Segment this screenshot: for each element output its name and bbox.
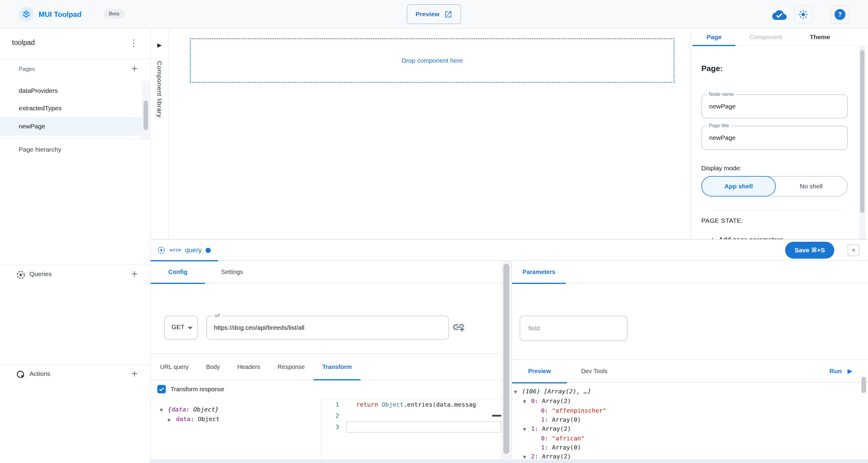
query-config-column: Config Settings GET url (151, 261, 501, 459)
run-button[interactable]: Run ▶ (830, 367, 852, 375)
transform-response-checkbox[interactable] (157, 385, 166, 393)
parameter-input[interactable] (520, 316, 627, 340)
code-text: .entries(data.messag (404, 401, 476, 408)
add-binding-button[interactable] (452, 320, 467, 335)
inspector-tabs: Page Component Theme (691, 29, 868, 46)
tab-label: Preview (528, 368, 551, 375)
kebab-menu-icon: ⋮ (129, 38, 138, 48)
inspector-scrollbar-thumb[interactable] (860, 50, 864, 213)
tree-text: : (190, 415, 198, 423)
expand-triangle-icon[interactable]: ▶ (168, 415, 176, 424)
collapse-triangle-icon[interactable]: ▼ (523, 453, 531, 459)
app-shell-option[interactable]: App shell (701, 176, 776, 196)
save-button[interactable]: Save ⌘+S (785, 242, 834, 259)
pages-section-label: Pages (19, 66, 35, 72)
tab-config[interactable]: Config (151, 261, 205, 283)
tab-label: Settings (221, 269, 243, 276)
node-name-input[interactable] (702, 95, 847, 118)
query-panel-scrollbar-thumb[interactable] (503, 264, 509, 454)
horizontal-scrollbar-track[interactable] (151, 459, 868, 463)
pages-scrollbar[interactable] (142, 81, 150, 138)
collapse-triangle-icon[interactable]: ▼ (523, 425, 531, 434)
project-menu-button[interactable]: ⋮ (127, 36, 141, 50)
tab-parameters[interactable]: Parameters (512, 261, 566, 283)
page-item-label: newPage (19, 123, 45, 130)
tree-row[interactable]: ▼(106) [Array(2), …] (512, 387, 859, 396)
tab-label: Body (206, 364, 220, 370)
tree-row[interactable]: ▼0: Array(2) (512, 396, 859, 406)
code-class: Object (381, 401, 403, 408)
tab-body[interactable]: Body (197, 353, 229, 380)
open-in-new-icon (444, 10, 453, 19)
tree-key: 1: (541, 416, 548, 423)
page-item-dataproviders[interactable]: dataProviders (0, 82, 142, 99)
tab-label: Transform (322, 364, 352, 370)
transform-code-editor[interactable]: 1 2 3 return Object.entries(data.messag (321, 399, 501, 463)
tree-key: 1: (531, 425, 538, 432)
tab-label: URL query (160, 364, 189, 370)
tab-settings[interactable]: Settings (205, 261, 259, 283)
query-tab[interactable]: HTTP query (151, 240, 218, 261)
inspector-scrollbar[interactable] (859, 47, 866, 239)
parameters-column: Parameters Preview Dev Tools Run ▶ ▼ (512, 261, 868, 459)
tree-row[interactable]: ▼1: Array(2) (512, 424, 859, 434)
parameter-field[interactable] (520, 316, 627, 341)
page-item-extractedtypes[interactable]: extractedTypes (0, 99, 142, 117)
tree-text: { (168, 406, 172, 413)
sync-status-icon (772, 9, 786, 20)
page-item-newpage[interactable]: newPage (0, 117, 142, 136)
project-name: toolpad (12, 38, 35, 47)
collapse-triangle-icon[interactable]: ▼ (523, 397, 531, 406)
layers-icon (21, 9, 31, 20)
scope-tree-root[interactable]: ▼{data: Object} (160, 405, 220, 414)
tab-theme[interactable]: Theme (796, 29, 844, 45)
tab-headers[interactable]: Headers (228, 353, 269, 380)
tab-page[interactable]: Page (692, 29, 735, 45)
pages-scrollbar-thumb[interactable] (144, 101, 148, 130)
url-input[interactable] (207, 316, 448, 339)
tab-dev-tools[interactable]: Dev Tools (567, 359, 622, 383)
tree-row[interactable]: 1: Array(0) (512, 415, 859, 424)
scope-tree-child[interactable]: ▶data: Object (160, 414, 220, 424)
queries-section-label: Queries (30, 270, 52, 278)
collapse-triangle-icon[interactable]: ▼ (514, 387, 522, 396)
preview-scrollbar-thumb[interactable] (861, 377, 866, 393)
transform-response-label: Transform response (170, 386, 224, 393)
divider (0, 59, 150, 59)
theme-toggle-button[interactable] (794, 5, 812, 24)
http-method-select[interactable]: GET (164, 316, 198, 340)
http-method-value: GET (172, 323, 184, 331)
page-title-field[interactable]: Page title (701, 126, 848, 150)
toggle-label: App shell (724, 183, 753, 190)
expand-library-button[interactable]: ▶ (151, 41, 168, 49)
add-page-button[interactable]: + (127, 61, 142, 76)
tab-component[interactable]: Component (735, 29, 796, 45)
tree-row[interactable]: 0: "affenpinscher" (512, 406, 859, 415)
tree-row[interactable]: ▼2: Array(2) (512, 452, 859, 459)
tab-response[interactable]: Response (269, 353, 313, 380)
add-page-parameters-button[interactable]: + Add page parameters (711, 236, 783, 239)
tree-row[interactable]: 0: "african" (512, 434, 859, 443)
add-query-button[interactable]: + (127, 267, 142, 281)
tree-row[interactable]: 1: Array(0) (512, 443, 859, 452)
tab-transform[interactable]: Transform (313, 353, 361, 380)
no-shell-option[interactable]: No shell (775, 177, 847, 196)
line-number: 1 (321, 399, 339, 410)
tree-key: 1: (541, 444, 548, 451)
tab-preview[interactable]: Preview (512, 359, 567, 383)
app-title: MUI Toolpad (38, 0, 82, 29)
help-button[interactable]: ? (831, 5, 849, 24)
tab-url-query[interactable]: URL query (151, 353, 197, 380)
page-title-input[interactable] (702, 126, 847, 149)
close-query-panel-button[interactable]: × (847, 244, 860, 256)
unsaved-indicator-dot (206, 248, 211, 253)
add-action-button[interactable]: + (127, 367, 142, 381)
preview-button[interactable]: Preview (407, 4, 461, 24)
node-name-field[interactable]: Node name (701, 94, 848, 119)
drop-zone[interactable]: Drop component here (190, 38, 675, 83)
url-field[interactable]: url (207, 316, 449, 340)
query-panel-scrollbar[interactable] (501, 261, 512, 459)
collapse-triangle-icon[interactable]: ▼ (160, 405, 168, 414)
plus-icon: + (711, 236, 714, 239)
tree-text: (106) [Array(2), …] (522, 388, 591, 395)
